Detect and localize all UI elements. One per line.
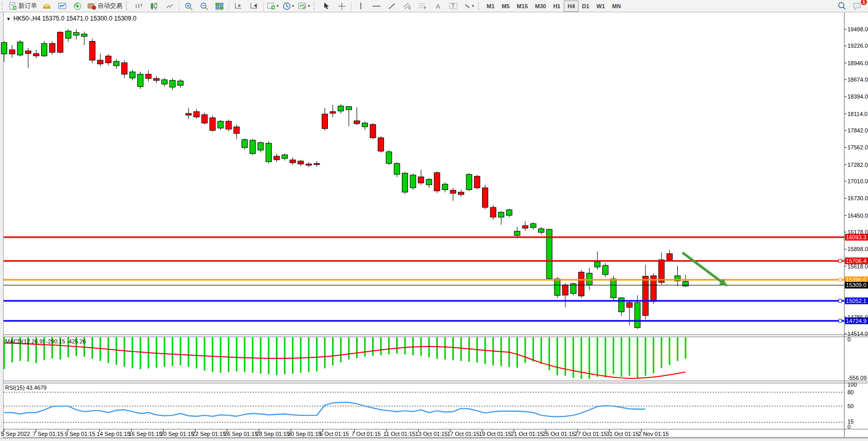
bull-candle: [130, 72, 135, 78]
line-handle: [839, 278, 842, 281]
bear-candle: [298, 161, 304, 164]
time-axis-label: 25 Oct 01:15: [543, 431, 575, 437]
bear-candle: [58, 32, 63, 52]
time-axis-label: 30 Sep 01:15: [288, 431, 321, 437]
bear-candle: [194, 111, 199, 117]
bull-candle: [266, 143, 271, 162]
bear-candle: [563, 285, 568, 295]
bear-candle: [474, 176, 480, 188]
collapse-triangle-icon[interactable]: ▼: [6, 16, 11, 22]
bear-candle: [25, 51, 31, 53]
bear-candle: [458, 192, 464, 195]
price-axis-tick: 18394.0: [847, 93, 868, 100]
bear-candle: [314, 164, 320, 165]
bull-candle: [394, 163, 400, 174]
time-axis-label: 2 Nov 01:15: [638, 431, 669, 437]
bull-candle: [466, 175, 472, 190]
bear-candle: [33, 53, 39, 56]
bull-candle: [426, 179, 432, 185]
bull-candle: [218, 121, 224, 128]
bull-candle: [258, 143, 264, 150]
bear-candle: [450, 190, 456, 194]
bear-candle: [89, 42, 95, 61]
time-axis-label: 31 Oct 01:15: [606, 431, 639, 437]
bear-candle: [9, 50, 15, 54]
bear-candle: [418, 177, 424, 183]
bear-candle: [186, 113, 191, 115]
price-chart-canvas[interactable]: 16093.315706.415396.015309.015052.114724…: [0, 0, 868, 441]
rsi-axis-label: 100: [847, 381, 857, 388]
price-axis-tick: 17842.0: [847, 127, 868, 133]
bull-candle: [82, 34, 87, 36]
bull-candle: [603, 265, 608, 275]
price-axis-tick: 15618.0: [847, 263, 868, 270]
price-axis-tick: 17562.0: [847, 144, 868, 150]
bull-candle: [386, 152, 392, 164]
time-axis-label: 14 Sep 01:15: [97, 431, 130, 437]
rsi-axis-label: 80: [847, 389, 854, 395]
chart-symbol-header: ▼HK50-,H4 15375.0 15471.0 15300.0 15309.…: [6, 15, 136, 22]
bear-candle: [322, 114, 328, 128]
time-axis-label: 26 Sep 01:15: [224, 431, 257, 437]
bull-candle: [362, 123, 368, 127]
bear-candle: [226, 121, 231, 129]
bear-candle: [234, 127, 239, 133]
bull-candle: [282, 155, 288, 159]
bear-candle: [434, 172, 440, 191]
rsi-indicator-label: RSI(15) 43.4679: [5, 385, 47, 391]
bull-candle: [162, 80, 168, 84]
bull-candle: [555, 279, 560, 295]
bear-candle: [306, 164, 311, 165]
time-axis-label: 9 Sep 01:15: [65, 431, 95, 437]
bull-candle: [402, 173, 408, 192]
price-axis-tick: 18114.0: [847, 111, 867, 117]
time-axis-label: 19 Oct 01:15: [479, 431, 511, 437]
bull-candle: [498, 212, 504, 217]
price-axis-tick: 16178.0: [847, 229, 868, 235]
bear-candle: [523, 226, 528, 228]
time-axis-label: 28 Sep 01:15: [256, 431, 289, 437]
bear-candle: [354, 121, 360, 124]
bear-candle: [483, 188, 488, 207]
bull-candle: [635, 302, 640, 328]
bear-candle: [626, 302, 632, 308]
line-handle: [839, 299, 842, 302]
bear-candle: [49, 44, 55, 52]
bear-candle: [378, 138, 384, 151]
bull-candle: [442, 184, 448, 190]
bear-candle: [145, 74, 151, 79]
bear-candle: [105, 56, 111, 63]
bull-candle: [242, 140, 248, 148]
bull-candle: [539, 229, 544, 233]
time-axis-label: 16 Sep 01:15: [128, 431, 162, 437]
bull-candle: [2, 43, 7, 54]
macd-axis-min: -556.09: [847, 375, 866, 381]
bear-candle: [579, 272, 584, 296]
time-axis-label: 7 Oct 01:15: [352, 431, 381, 437]
bear-candle: [122, 63, 127, 74]
bear-candle: [154, 79, 159, 81]
macd-indicator-label: MACD(12,26,9) -290.15 -425.26: [5, 338, 86, 344]
bear-candle: [659, 260, 664, 282]
bull-candle: [346, 107, 352, 110]
bear-candle: [330, 111, 336, 113]
bear-candle: [274, 156, 280, 160]
price-axis-tick: 14786.0: [847, 314, 868, 320]
bear-candle: [643, 276, 649, 316]
price-axis-tick: 15898.0: [847, 246, 868, 252]
time-axis-label: 17 Oct 01:15: [447, 431, 479, 437]
bull-candle: [17, 42, 23, 55]
time-axis-label: 5 Sep 2022: [1, 431, 30, 437]
bull-candle: [138, 74, 143, 87]
bear-candle: [667, 254, 672, 260]
bear-candle: [210, 118, 215, 130]
bull-candle: [530, 224, 536, 227]
time-axis-label: 7 Sep 01:15: [33, 431, 63, 437]
mt4-terminal: 新订单 自动交易: [0, 0, 868, 441]
price-axis-tick: 19498.0: [847, 26, 868, 32]
macd-axis-zero: 0: [847, 336, 851, 342]
bull-candle: [619, 298, 624, 312]
rsi-axis-label: 50: [847, 403, 854, 409]
price-axis-tick: 18674.0: [847, 76, 868, 83]
bull-candle: [178, 81, 183, 86]
